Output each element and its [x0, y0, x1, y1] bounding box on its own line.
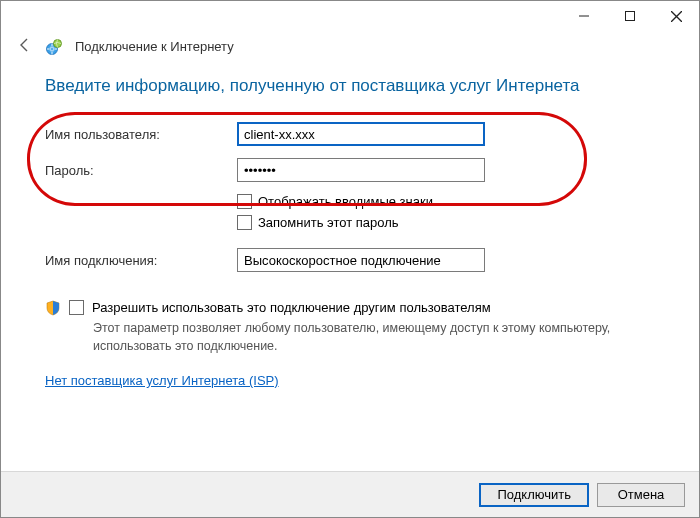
password-row: Пароль:: [45, 158, 655, 182]
back-arrow-icon[interactable]: [17, 37, 33, 56]
allow-others-row: Разрешить использовать это подключение д…: [45, 300, 655, 316]
form-area: Имя пользователя: Пароль: Отображать вво…: [45, 122, 655, 388]
username-row: Имя пользователя:: [45, 122, 655, 146]
show-chars-checkbox[interactable]: [237, 194, 252, 209]
titlebar: [1, 1, 699, 31]
remember-label: Запомнить этот пароль: [258, 215, 399, 230]
minimize-button[interactable]: [561, 1, 607, 31]
allow-others-label: Разрешить использовать это подключение д…: [92, 300, 491, 315]
show-chars-label: Отображать вводимые знаки: [258, 194, 433, 209]
maximize-button[interactable]: [607, 1, 653, 31]
allow-others-checkbox[interactable]: [69, 300, 84, 315]
password-label: Пароль:: [45, 163, 237, 178]
no-isp-link[interactable]: Нет поставщика услуг Интернета (ISP): [45, 373, 279, 388]
svg-point-5: [54, 39, 62, 47]
show-chars-row: Отображать вводимые знаки: [237, 194, 655, 209]
close-button[interactable]: [653, 1, 699, 31]
header: Подключение к Интернету: [1, 31, 699, 66]
cancel-button[interactable]: Отмена: [597, 483, 685, 507]
username-input[interactable]: [237, 122, 485, 146]
username-label: Имя пользователя:: [45, 127, 237, 142]
connection-name-input[interactable]: [237, 248, 485, 272]
window-title: Подключение к Интернету: [75, 39, 234, 54]
globe-icon: [45, 38, 63, 56]
shield-icon: [45, 300, 61, 316]
connection-name-label: Имя подключения:: [45, 253, 237, 268]
dialog-footer: Подключить Отмена: [1, 471, 699, 517]
password-input[interactable]: [237, 158, 485, 182]
allow-others-description: Этот параметр позволяет любому пользоват…: [93, 320, 655, 355]
page-heading: Введите информацию, полученную от постав…: [45, 76, 655, 96]
svg-rect-1: [626, 12, 635, 21]
connect-button[interactable]: Подключить: [479, 483, 589, 507]
remember-checkbox[interactable]: [237, 215, 252, 230]
remember-row: Запомнить этот пароль: [237, 215, 655, 230]
content-area: Введите информацию, полученную от постав…: [1, 66, 699, 388]
connection-name-row: Имя подключения:: [45, 248, 655, 272]
